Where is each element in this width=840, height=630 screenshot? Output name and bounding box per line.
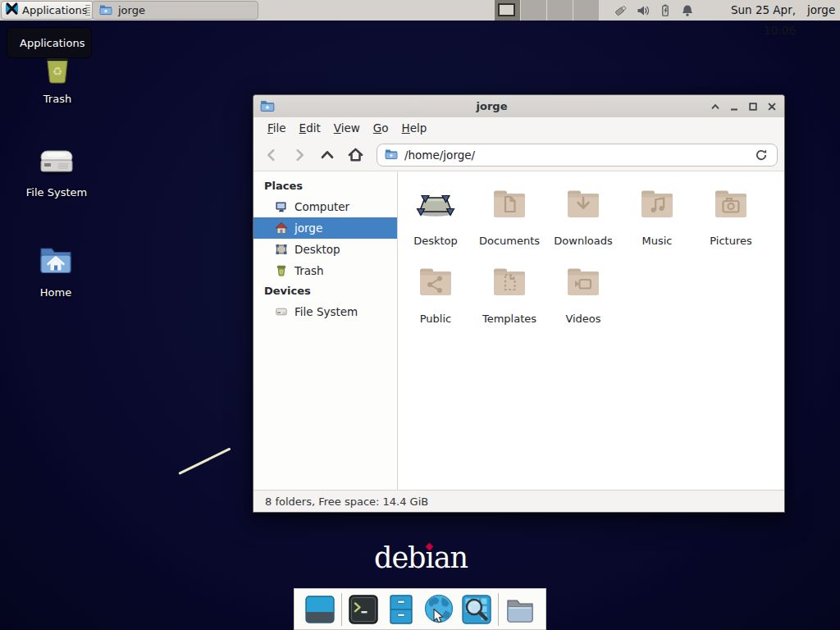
video-folder-icon [564,262,603,305]
desktop-mini-icon [275,243,288,256]
taskbar-window-button[interactable]: jorge [92,1,258,20]
bottom-dock [294,588,546,630]
system-tray [614,0,695,21]
toolbar: /home/jorge/ [253,139,784,171]
file-item-public[interactable]: Public [399,262,472,325]
panel-clock[interactable]: Sun 25 Apr, 10:06 [699,0,796,21]
panel-user-label[interactable]: jorge [807,0,835,21]
web-browser-launcher[interactable] [422,593,455,626]
svg-text:♻: ♻ [52,65,63,78]
panel-handle[interactable] [85,5,90,16]
desktop-icon [416,185,455,227]
download-folder-icon [564,185,603,227]
home-red-icon [275,221,288,235]
dock-separator [498,593,499,626]
file-manager-launcher[interactable] [385,593,418,626]
sidebar-item-jorge[interactable]: jorge [253,217,397,239]
file-manager-icon [385,593,418,626]
file-item-pictures[interactable]: Pictures [695,185,767,247]
share-folder-icon [416,262,455,305]
volume-tray-icon[interactable] [636,3,651,18]
drive-big-icon [37,139,76,182]
sidebar-header-places: Places [253,176,397,196]
wallpaper-scratch-line [178,447,231,474]
drive-mini-icon [275,305,288,318]
file-item-desktop[interactable]: Desktop [399,185,472,247]
applications-menu-button[interactable]: Applications [1,1,94,20]
show-desktop-icon [304,593,336,626]
folder-launcher[interactable] [504,593,536,626]
applications-tooltip: Applications [7,27,92,58]
menu-go[interactable]: Go [367,119,395,137]
menu-view[interactable]: View [327,119,367,137]
terminal-launcher[interactable] [347,593,380,626]
workspace-window-thumb [498,3,515,16]
workspace-2[interactable] [521,0,547,21]
window-title: jorge [275,100,709,112]
titlebar[interactable]: jorge [253,95,784,117]
file-manager-window: jorge FileEditViewGoHelp /home/jorge/ Pl… [253,94,785,513]
forward-button[interactable] [288,144,311,167]
file-item-videos[interactable]: Videos [547,262,619,325]
music-folder-icon [637,185,677,227]
menubar: FileEditViewGoHelp [253,117,784,139]
trash-mini-icon [275,264,288,277]
sidebar-item-computer[interactable]: Computer [253,196,397,217]
workspace-1[interactable] [495,0,521,21]
minimize-button[interactable] [728,100,740,112]
terminal-icon [347,593,380,626]
desktop-root: debıan ♻TrashFile SystemHome jorge FileE… [0,0,840,630]
computer-icon [275,200,288,213]
sidebar-item-trash[interactable]: Trash [253,260,397,281]
menu-help[interactable]: Help [395,119,434,137]
sidebar-item-file-system[interactable]: File System [253,301,397,322]
notifications-tray-icon[interactable] [680,3,695,18]
reload-button[interactable] [753,147,769,163]
menu-edit[interactable]: Edit [293,119,327,137]
battery-tray-icon[interactable] [658,3,673,18]
desktop-icon-home[interactable]: Home [15,240,97,299]
home-big-icon [36,240,75,282]
home-button[interactable] [344,144,367,167]
sidebar-item-desktop[interactable]: Desktop [253,239,397,260]
template-folder-icon [490,262,529,305]
file-item-downloads[interactable]: Downloads [547,185,619,247]
file-item-documents[interactable]: Documents [473,185,546,247]
workspace-3[interactable] [547,0,573,21]
status-bar: 8 folders, Free space: 14.4 GiB [253,490,784,512]
path-bar[interactable]: /home/jorge/ [377,144,778,167]
window-folder-icon [260,98,275,116]
workspace-4[interactable] [573,0,600,21]
peripheral-tray-icon[interactable] [614,3,628,18]
debian-logo: debıan [374,541,468,574]
file-item-music[interactable]: Music [621,185,693,247]
file-item-templates[interactable]: Templates [473,262,546,325]
show-desktop-launcher[interactable] [304,593,336,626]
xfce-logo-icon [5,2,19,19]
dock-separator [341,593,342,626]
camera-folder-icon [711,185,751,227]
maximize-button[interactable] [746,100,759,112]
sidebar-header-devices: Devices [253,281,397,301]
desktop-icon-file-system[interactable]: File System [16,139,98,199]
debian-logo-text: deb [374,541,426,574]
path-folder-icon [385,147,398,163]
close-button[interactable] [765,100,778,112]
app-finder-icon [460,593,493,626]
web-browser-icon [422,593,455,626]
taskbar-folder-icon [99,2,112,19]
file-list: Desktop Documents Downloads Music Pictur… [398,171,784,490]
folder-icon [504,593,536,626]
sidebar: PlacesComputerjorgeDesktopTrashDevicesFi… [253,171,398,490]
menu-file[interactable]: File [261,119,293,137]
up-button[interactable] [316,144,339,167]
shade-button[interactable] [709,100,721,112]
app-finder-launcher[interactable] [460,593,493,626]
status-text: 8 folders, Free space: 14.4 GiB [265,495,428,508]
workspace-switcher [495,0,600,21]
document-folder-icon [490,185,529,227]
path-text[interactable]: /home/jorge/ [404,148,746,162]
back-button[interactable] [260,144,283,167]
top-panel: Applications jorge Sun 25 Apr, 10:06 jor… [0,0,840,21]
